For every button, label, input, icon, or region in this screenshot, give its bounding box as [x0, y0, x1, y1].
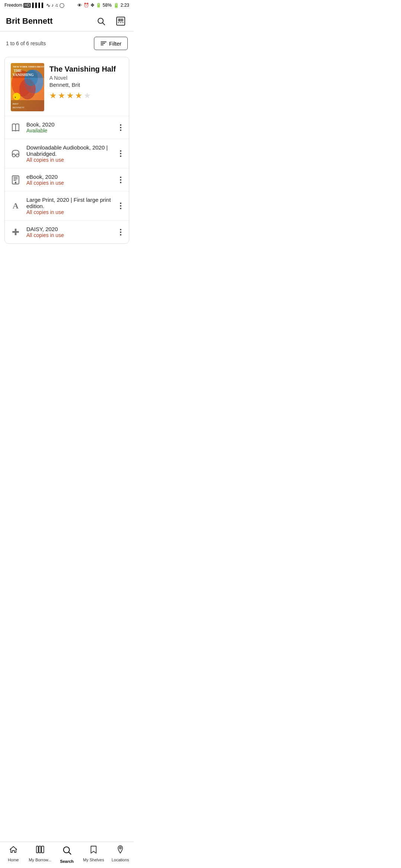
- format-menu-audiobook[interactable]: [118, 149, 124, 158]
- barcode-scan-button[interactable]: [114, 15, 128, 27]
- search-button[interactable]: [94, 15, 108, 27]
- status-left: Freedom HD ▌▌▌▌ ∿ ♪ ♫ ◯: [4, 2, 64, 8]
- battery-label: 58%: [103, 3, 112, 8]
- book-header: NEW YORK TIMES BESTSELLER THE VANISHING …: [5, 57, 129, 116]
- svg-line-1: [103, 23, 105, 25]
- svg-text:NEW YORK TIMES BESTSELLER: NEW YORK TIMES BESTSELLER: [13, 65, 44, 68]
- format-name-audiobook: Downloadable Audiobook, 2020 | Unabridge…: [26, 144, 113, 157]
- time-label: 2:23: [121, 3, 129, 8]
- book-author: Bennett, Brit: [49, 82, 123, 88]
- book-card: NEW YORK TIMES BESTSELLER THE VANISHING …: [4, 57, 129, 244]
- results-bar: 1 to 6 of 6 results Filter: [0, 32, 134, 55]
- status-bar: Freedom HD ▌▌▌▌ ∿ ♪ ♫ ◯ 👁 ⏰ ✥ 🔋 58% 🔋 2:…: [0, 0, 134, 10]
- format-details-ebook: eBook, 2020 All copies in use: [26, 174, 113, 186]
- format-menu-ebook[interactable]: [118, 175, 124, 185]
- svg-rect-23: [11, 100, 44, 111]
- star-4: ★: [75, 91, 82, 101]
- book-cover-image: NEW YORK TIMES BESTSELLER THE VANISHING …: [11, 63, 44, 111]
- svg-text:BRIT: BRIT: [13, 102, 19, 105]
- format-menu-largeprint[interactable]: [118, 201, 124, 211]
- book-cover[interactable]: NEW YORK TIMES BESTSELLER THE VANISHING …: [11, 63, 44, 111]
- svg-text:VANISHING: VANISHING: [13, 73, 34, 77]
- format-name-ebook: eBook, 2020: [26, 174, 113, 180]
- barcode-icon: [116, 16, 125, 26]
- audiobook-format-icon: [10, 149, 21, 158]
- music-icon: ♪ ♫: [52, 3, 58, 8]
- format-status-largeprint: All copies in use: [26, 209, 113, 215]
- book-title: The Vanishing Half: [49, 65, 123, 73]
- header: Brit Bennett: [0, 10, 134, 32]
- book-info: The Vanishing Half A Novel Bennett, Brit…: [49, 63, 123, 101]
- format-row-ebook: eBook, 2020 All copies in use: [5, 168, 129, 191]
- format-name-daisy: DAISY, 2020: [26, 226, 113, 232]
- svg-point-26: [13, 93, 20, 100]
- format-details-daisy: DAISY, 2020 All copies in use: [26, 226, 113, 238]
- book-format-icon: [10, 123, 21, 132]
- battery-icon: 🔋: [113, 3, 119, 8]
- format-row-audiobook: Downloadable Audiobook, 2020 | Unabridge…: [5, 139, 129, 168]
- alarm-icon: ⏰: [84, 3, 89, 8]
- svg-point-29: [12, 154, 15, 157]
- format-name-largeprint: Large Print, 2020 | First large print ed…: [26, 197, 113, 209]
- svg-text:BENNETT: BENNETT: [13, 106, 25, 109]
- filter-icon: [100, 40, 107, 47]
- daisy-format-icon: ✚: [10, 227, 21, 237]
- search-icon: [97, 17, 105, 26]
- instagram-icon: ◯: [59, 3, 64, 8]
- star-2: ★: [58, 91, 65, 101]
- format-details-audiobook: Downloadable Audiobook, 2020 | Unabridge…: [26, 144, 113, 163]
- format-name-book: Book, 2020: [26, 121, 113, 128]
- format-row-daisy: ✚ DAISY, 2020 All copies in use: [5, 220, 129, 243]
- header-icons: [94, 15, 128, 27]
- format-row-book: Book, 2020 Available: [5, 116, 129, 139]
- format-status-daisy: All copies in use: [26, 232, 113, 238]
- bluetooth-icon: ✥: [91, 3, 94, 8]
- bottom-spacer: [0, 247, 134, 276]
- format-status-book: Available: [26, 128, 113, 134]
- status-right: 👁 ⏰ ✥ 🔋 58% 🔋 2:23: [77, 3, 129, 8]
- book-subtitle: A Novel: [49, 75, 123, 81]
- star-3: ★: [66, 91, 74, 101]
- results-count: 1 to 6 of 6 results: [6, 40, 46, 46]
- format-details-book: Book, 2020 Available: [26, 121, 113, 134]
- format-details-largeprint: Large Print, 2020 | First large print ed…: [26, 197, 113, 215]
- svg-point-30: [16, 154, 19, 157]
- vibrate-icon: 🔋: [96, 3, 101, 8]
- carrier-label: Freedom: [4, 3, 22, 8]
- format-row-largeprint: A Large Print, 2020 | First large print …: [5, 191, 129, 220]
- format-status-audiobook: All copies in use: [26, 157, 113, 163]
- svg-point-37: [15, 182, 16, 183]
- star-5: ★: [84, 91, 91, 101]
- wifi-icon: ∿: [46, 2, 50, 8]
- signal-icon: ▌▌▌▌: [32, 3, 45, 8]
- star-1: ★: [49, 91, 57, 101]
- format-status-ebook: All copies in use: [26, 180, 113, 186]
- ebook-format-icon: [10, 175, 21, 185]
- filter-button[interactable]: Filter: [94, 37, 128, 50]
- star-rating: ★ ★ ★ ★ ★: [49, 91, 123, 101]
- page-title: Brit Bennett: [6, 16, 53, 26]
- hd-badge: HD: [23, 3, 31, 8]
- filter-label: Filter: [109, 40, 121, 47]
- eye-icon: 👁: [77, 3, 82, 8]
- svg-text:THE: THE: [14, 69, 22, 73]
- largeprint-format-icon: A: [10, 201, 21, 211]
- format-menu-book[interactable]: [118, 123, 124, 132]
- format-menu-daisy[interactable]: [118, 227, 124, 237]
